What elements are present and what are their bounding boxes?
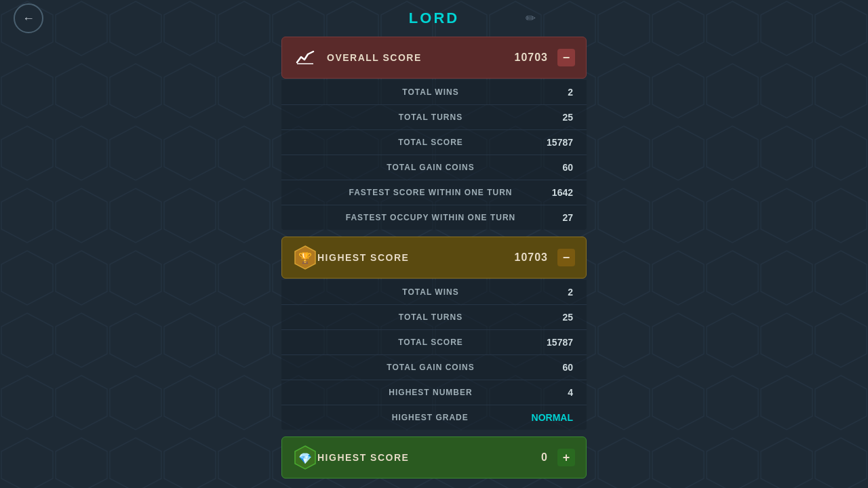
overall-score-toggle[interactable]: − — [557, 49, 575, 66]
highest-score-green-value: 0 — [541, 451, 548, 464]
overall-score-label: OVERALL SCORE — [327, 52, 515, 63]
highest-score-gold-header[interactable]: 🏆 HIGHEST SCORE 10703 − — [281, 237, 587, 279]
value-hs-total-score: 15787 — [532, 337, 573, 348]
back-button[interactable]: ← — [14, 3, 43, 33]
table-row: TOTAL WINS 2 — [281, 80, 587, 105]
table-row: HIGHEST GRADE NORMAL — [281, 405, 587, 430]
label-hs-highest-number: HIGHEST NUMBER — [329, 388, 532, 397]
table-row: TOTAL SCORE 15787 — [281, 130, 587, 155]
label-hs-gain-coins: TOTAL GAIN COINS — [329, 363, 532, 372]
label-hs-highest-grade: HIGHEST GRADE — [329, 413, 532, 422]
value-hs-highest-grade: NORMAL — [532, 412, 573, 423]
value-fastest-score: 1642 — [532, 187, 573, 198]
table-row: TOTAL SCORE 15787 — [281, 330, 587, 355]
overall-score-rows: TOTAL WINS 2 TOTAL TURNS 25 TOTAL SCORE … — [281, 80, 587, 230]
highest-score-green-icon: 💎 — [293, 445, 317, 470]
table-row: TOTAL TURNS 25 — [281, 105, 587, 130]
value-total-gain-coins: 60 — [532, 162, 573, 173]
value-total-wins: 2 — [532, 87, 573, 98]
svg-text:💎: 💎 — [298, 452, 312, 465]
table-row: TOTAL TURNS 25 — [281, 305, 587, 330]
table-row: TOTAL WINS 2 — [281, 280, 587, 305]
value-total-turns: 25 — [532, 112, 573, 123]
label-hs-total-wins: TOTAL WINS — [329, 287, 532, 297]
value-hs-gain-coins: 60 — [532, 362, 573, 373]
table-row: FASTEST OCCUPY WITHIN ONE TURN 27 — [281, 205, 587, 230]
label-hs-total-score: TOTAL SCORE — [329, 338, 532, 347]
value-fastest-occupy: 27 — [532, 212, 573, 223]
edit-icon[interactable]: ✏ — [526, 11, 536, 26]
label-total-turns: TOTAL TURNS — [329, 113, 532, 122]
highest-score-gold-rows: TOTAL WINS 2 TOTAL TURNS 25 TOTAL SCORE … — [281, 280, 587, 430]
label-total-score: TOTAL SCORE — [329, 138, 532, 147]
value-hs-total-turns: 25 — [532, 312, 573, 323]
highest-score-gold-toggle[interactable]: − — [557, 249, 575, 266]
value-total-score: 15787 — [532, 137, 573, 148]
label-fastest-occupy: FASTEST OCCUPY WITHIN ONE TURN — [329, 213, 532, 222]
highest-score-green-label: HIGHEST SCORE — [317, 452, 541, 463]
table-row: HIGHEST NUMBER 4 — [281, 380, 587, 405]
table-row: TOTAL GAIN COINS 60 — [281, 155, 587, 180]
label-hs-total-turns: TOTAL TURNS — [329, 312, 532, 322]
value-hs-total-wins: 2 — [532, 287, 573, 298]
main-content: OVERALL SCORE 10703 − TOTAL WINS 2 TOTAL… — [281, 37, 587, 480]
highest-score-green-header[interactable]: 💎 HIGHEST SCORE 0 + — [281, 436, 587, 479]
page-title: LORD — [409, 9, 459, 27]
table-row: TOTAL GAIN COINS 60 — [281, 355, 587, 380]
overall-score-header[interactable]: OVERALL SCORE 10703 − — [281, 37, 587, 79]
highest-score-green-toggle[interactable]: + — [557, 449, 575, 466]
label-total-wins: TOTAL WINS — [329, 87, 532, 97]
svg-text:🏆: 🏆 — [298, 251, 312, 264]
label-total-gain-coins: TOTAL GAIN COINS — [329, 163, 532, 172]
value-hs-highest-number: 4 — [532, 387, 573, 398]
overall-score-value: 10703 — [515, 52, 549, 64]
back-icon: ← — [22, 12, 35, 26]
header: ← LORD ✏ — [0, 0, 868, 37]
highest-score-gold-label: HIGHEST SCORE — [317, 252, 515, 263]
table-row: FASTEST SCORE WITHIN ONE TURN 1642 — [281, 180, 587, 205]
highest-score-gold-icon: 🏆 — [293, 245, 317, 270]
overall-score-icon — [293, 45, 317, 70]
highest-score-gold-value: 10703 — [515, 251, 549, 264]
label-fastest-score: FASTEST SCORE WITHIN ONE TURN — [329, 188, 532, 197]
